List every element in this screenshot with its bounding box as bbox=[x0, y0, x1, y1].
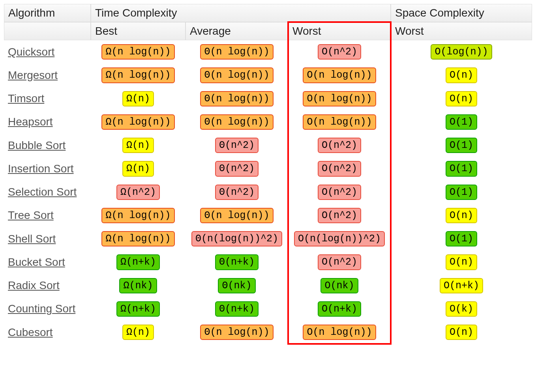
cell-best: Ω(n) bbox=[91, 134, 186, 157]
algo-link[interactable]: Cubesort bbox=[8, 326, 53, 338]
complexity-pill: Ω(n) bbox=[122, 91, 154, 106]
complexity-pill: Θ(n^2) bbox=[215, 161, 259, 176]
cell-worst: O(n(log(n))^2) bbox=[288, 227, 391, 250]
table-body: QuicksortΩ(n log(n))Θ(n log(n))O(n^2)O(l… bbox=[4, 40, 532, 344]
cell-avg: Θ(n log(n)) bbox=[186, 110, 288, 134]
cell-worst: O(n+k) bbox=[288, 297, 391, 321]
complexity-pill: Ω(n log(n)) bbox=[101, 67, 174, 83]
table-row: Insertion SortΩ(n)Θ(n^2)O(n^2)O(1) bbox=[4, 157, 532, 180]
algo-link[interactable]: Selection Sort bbox=[8, 186, 77, 198]
cell-avg: Θ(n^2) bbox=[186, 134, 288, 157]
cell-best: Ω(n log(n)) bbox=[91, 227, 186, 250]
cell-avg: Θ(n+k) bbox=[186, 250, 288, 274]
algo-link[interactable]: Insertion Sort bbox=[8, 162, 74, 175]
cell-space: O(n) bbox=[391, 87, 532, 110]
cell-best: Ω(n) bbox=[91, 157, 186, 180]
cell-space: O(n) bbox=[391, 63, 532, 87]
cell-best: Ω(n log(n)) bbox=[91, 110, 186, 134]
complexity-pill: O(1) bbox=[446, 231, 477, 246]
cell-worst: O(n log(n)) bbox=[288, 87, 391, 110]
complexity-pill: Θ(n+k) bbox=[215, 254, 259, 270]
cell-space: O(log(n)) bbox=[391, 40, 532, 63]
complexity-pill: Ω(n log(n)) bbox=[101, 231, 174, 246]
complexity-pill: Θ(n log(n)) bbox=[200, 44, 273, 60]
cell-worst: O(n log(n)) bbox=[288, 321, 391, 344]
cell-avg: Θ(n log(n)) bbox=[186, 87, 288, 110]
complexity-pill: O(1) bbox=[446, 138, 477, 153]
complexity-pill: Ω(n log(n)) bbox=[101, 208, 174, 223]
cell-best: Ω(n+k) bbox=[91, 297, 186, 321]
complexity-pill: Ω(n log(n)) bbox=[101, 44, 174, 60]
algo-cell: Heapsort bbox=[4, 110, 91, 134]
cell-worst: O(n^2) bbox=[288, 204, 391, 227]
cell-worst: O(n^2) bbox=[288, 181, 391, 204]
col-time: Time Complexity bbox=[91, 4, 391, 22]
complexity-pill: O(n^2) bbox=[318, 138, 361, 153]
complexity-pill: Θ(n log(n)) bbox=[200, 67, 273, 83]
algo-link[interactable]: Quicksort bbox=[8, 46, 54, 58]
cell-avg: Θ(n log(n)) bbox=[186, 63, 288, 87]
cell-space: O(n+k) bbox=[391, 274, 532, 297]
algo-cell: Radix Sort bbox=[4, 274, 91, 297]
algo-link[interactable]: Bubble Sort bbox=[8, 139, 66, 151]
col-blank bbox=[4, 22, 91, 40]
header-row-1: Algorithm Time Complexity Space Complexi… bbox=[4, 4, 532, 22]
algo-link[interactable]: Counting Sort bbox=[8, 302, 75, 315]
complexity-pill: O(1) bbox=[446, 161, 477, 176]
cell-best: Ω(n+k) bbox=[91, 250, 186, 274]
cell-worst: O(n^2) bbox=[288, 40, 391, 63]
table-row: TimsortΩ(n)Θ(n log(n))O(n log(n))O(n) bbox=[4, 87, 532, 110]
algo-link[interactable]: Tree Sort bbox=[8, 209, 54, 221]
algo-link[interactable]: Bucket Sort bbox=[8, 256, 65, 268]
cell-space: O(n) bbox=[391, 321, 532, 344]
complexity-pill: Θ(n log(n)) bbox=[200, 114, 273, 130]
complexity-pill: O(n) bbox=[446, 67, 477, 83]
col-space: Space Complexity bbox=[391, 4, 532, 22]
algo-link[interactable]: Heapsort bbox=[8, 116, 53, 128]
algo-link[interactable]: Shell Sort bbox=[8, 233, 56, 245]
complexity-pill: Θ(n+k) bbox=[215, 301, 259, 317]
complexity-pill: Θ(n^2) bbox=[215, 185, 259, 200]
complexity-pill: O(n^2) bbox=[318, 254, 361, 270]
cell-best: Ω(n) bbox=[91, 87, 186, 110]
cell-space: O(k) bbox=[391, 297, 532, 321]
complexity-pill: Θ(n(log(n))^2) bbox=[191, 231, 282, 246]
complexity-pill: Ω(n+k) bbox=[116, 254, 160, 270]
cell-avg: Θ(n+k) bbox=[186, 297, 288, 321]
cell-space: O(n) bbox=[391, 204, 532, 227]
header-row-2: Best Average Worst Worst bbox=[4, 22, 532, 40]
algo-link[interactable]: Radix Sort bbox=[8, 279, 60, 291]
algo-cell: Selection Sort bbox=[4, 181, 91, 204]
cell-worst: O(n^2) bbox=[288, 250, 391, 274]
complexity-pill: O(n log(n)) bbox=[303, 114, 376, 130]
cell-avg: Θ(n log(n)) bbox=[186, 40, 288, 63]
cell-best: Ω(nk) bbox=[91, 274, 186, 297]
complexity-pill: O(log(n)) bbox=[431, 44, 492, 60]
complexity-pill: Θ(n log(n)) bbox=[200, 208, 273, 223]
complexity-pill: O(n(log(n))^2) bbox=[294, 231, 385, 246]
algo-link[interactable]: Timsort bbox=[8, 92, 44, 105]
complexity-pill: O(n+k) bbox=[318, 301, 361, 317]
algo-link[interactable]: Mergesort bbox=[8, 69, 58, 81]
cell-space: O(1) bbox=[391, 110, 532, 134]
algo-cell: Cubesort bbox=[4, 321, 91, 344]
cell-space: O(n) bbox=[391, 250, 532, 274]
col-algorithm: Algorithm bbox=[4, 4, 91, 22]
complexity-pill: Ω(n) bbox=[122, 138, 154, 153]
table-row: Bucket SortΩ(n+k)Θ(n+k)O(n^2)O(n) bbox=[4, 250, 532, 274]
algo-cell: Insertion Sort bbox=[4, 157, 91, 180]
col-best: Best bbox=[91, 22, 186, 40]
table-wrapper: Algorithm Time Complexity Space Complexi… bbox=[4, 4, 532, 344]
cell-best: Ω(n^2) bbox=[91, 181, 186, 204]
complexity-pill: O(n log(n)) bbox=[303, 67, 376, 83]
complexity-pill: Θ(n log(n)) bbox=[200, 325, 273, 340]
complexity-pill: O(n) bbox=[446, 254, 477, 270]
cell-best: Ω(n) bbox=[91, 321, 186, 344]
cell-avg: Θ(n^2) bbox=[186, 181, 288, 204]
algo-cell: Mergesort bbox=[4, 63, 91, 87]
cell-space: O(1) bbox=[391, 134, 532, 157]
complexity-pill: O(1) bbox=[446, 185, 477, 200]
complexity-pill: O(n+k) bbox=[440, 278, 483, 293]
complexity-pill: Θ(n log(n)) bbox=[200, 91, 273, 106]
table-row: MergesortΩ(n log(n))Θ(n log(n))O(n log(n… bbox=[4, 63, 532, 87]
